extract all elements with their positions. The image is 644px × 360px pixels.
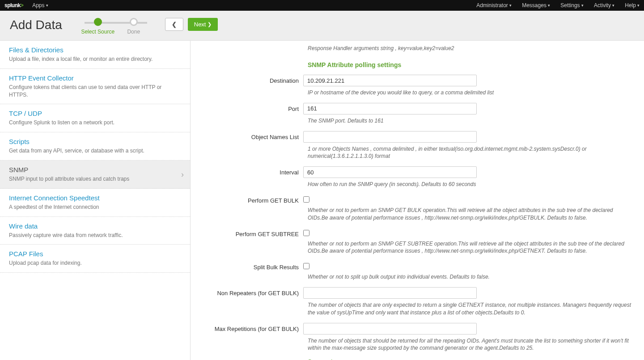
wizard-step-select-source: Select Source <box>80 18 116 35</box>
sidebar: Files & Directories Upload a file, index… <box>0 41 191 360</box>
destination-input[interactable] <box>303 75 477 86</box>
sidebar-item-scripts[interactable]: Scripts Get data from any API, service, … <box>0 132 190 161</box>
port-label: Port <box>200 103 303 112</box>
port-input[interactable] <box>303 103 477 114</box>
max-repetitions-help: The number of objects that should be ret… <box>308 337 634 352</box>
get-subtree-help: Whether or not to perform an SNMP GET SU… <box>308 240 634 255</box>
get-bulk-help: Whether or not to perform an SNMP GET BU… <box>308 207 634 222</box>
back-button[interactable]: ❮ <box>165 18 183 31</box>
get-bulk-label: Perform GET BULK <box>200 195 303 204</box>
activity-menu[interactable]: Activity▾ <box>594 2 614 8</box>
next-button[interactable]: Next❯ <box>188 18 218 31</box>
form-area: Response Handler arguments string , key=… <box>191 41 644 360</box>
get-bulk-checkbox[interactable] <box>303 196 309 203</box>
chevron-left-icon: ❮ <box>172 21 177 28</box>
section-polling-settings: SNMP Attribute polling settings <box>308 61 634 68</box>
admin-menu[interactable]: Administrator▾ <box>476 2 512 8</box>
sidebar-item-tcp-udp[interactable]: TCP / UDP Configure Splunk to listen on … <box>0 104 190 132</box>
object-names-input[interactable] <box>303 131 477 143</box>
chevron-down-icon: ▾ <box>548 3 550 8</box>
chevron-down-icon: ▾ <box>637 3 640 8</box>
apps-menu[interactable]: Apps▾ <box>32 2 48 8</box>
section-source-type: Source type <box>308 358 634 360</box>
chevron-right-icon: › <box>181 169 184 179</box>
sidebar-item-snmp[interactable]: SNMP SNMP input to poll attribute values… <box>0 161 190 189</box>
port-help: The SNMP port. Defaults to 161 <box>308 117 634 125</box>
split-bulk-label: Split Bulk Results <box>200 261 303 271</box>
help-menu[interactable]: Help▾ <box>625 2 640 8</box>
chevron-down-icon: ▾ <box>612 3 614 8</box>
response-handler-hint: Response Handler arguments string , key=… <box>308 45 634 51</box>
chevron-down-icon: ▾ <box>581 3 584 8</box>
non-repeaters-input[interactable] <box>303 287 477 299</box>
destination-label: Destination <box>200 75 303 84</box>
chevron-right-icon: ❯ <box>208 21 212 27</box>
split-bulk-checkbox[interactable] <box>303 263 309 269</box>
sidebar-item-wire-data[interactable]: Wire data Passively capture wire data fr… <box>0 217 190 245</box>
object-names-help: 1 or more Objects Names , comma delimite… <box>308 145 634 161</box>
sidebar-item-files[interactable]: Files & Directories Upload a file, index… <box>0 41 190 69</box>
logo[interactable]: splunk> <box>4 2 23 8</box>
interval-input[interactable] <box>303 166 477 178</box>
max-repetitions-label: Max Repetitions (for GET BULK) <box>200 323 303 332</box>
chevron-down-icon: ▾ <box>46 3 48 8</box>
chevron-down-icon: ▾ <box>509 3 512 8</box>
wizard-progress: Select Source Done <box>80 18 152 35</box>
interval-label: Interval <box>200 166 303 176</box>
max-repetitions-input[interactable] <box>303 323 477 335</box>
header-band: Add Data Select Source Done ❮ Next❯ <box>0 11 644 41</box>
messages-menu[interactable]: Messages▾ <box>522 2 550 8</box>
sidebar-item-speedtest[interactable]: Internet Connection Speedtest A speedtes… <box>0 189 190 217</box>
non-repeaters-label: Non Repeaters (for GET BULK) <box>200 287 303 296</box>
topbar: splunk> Apps▾ Administrator▾ Messages▾ S… <box>0 0 644 11</box>
settings-menu[interactable]: Settings▾ <box>560 2 583 8</box>
split-bulk-help: Whether or not to split up bulk output i… <box>308 273 634 281</box>
get-subtree-label: Perform GET SUBTREE <box>200 228 303 237</box>
page-title: Add Data <box>10 18 62 32</box>
sidebar-item-http-event-collector[interactable]: HTTP Event Collector Configure tokens th… <box>0 69 190 105</box>
content: Files & Directories Upload a file, index… <box>0 41 644 360</box>
wizard-step-done: Done <box>116 18 152 35</box>
sidebar-item-pcap-files[interactable]: PCAP Files Upload pcap data for indexing… <box>0 245 190 273</box>
object-names-label: Object Names List <box>200 131 303 140</box>
interval-help: How often to run the SNMP query (in seco… <box>308 181 634 188</box>
non-repeaters-help: The number of objects that are only expe… <box>308 301 634 317</box>
destination-help: IP or hostname of the device you would l… <box>308 89 634 97</box>
get-subtree-checkbox[interactable] <box>303 230 309 236</box>
